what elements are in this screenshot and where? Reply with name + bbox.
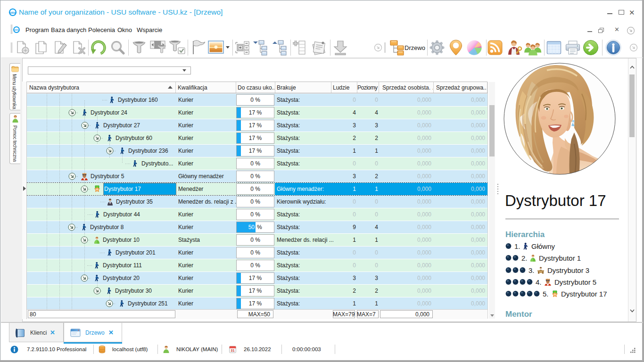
svg-text:usu: usu xyxy=(14,28,19,31)
svg-text:usu: usu xyxy=(10,11,16,14)
svg-text:31: 31 xyxy=(231,348,234,353)
